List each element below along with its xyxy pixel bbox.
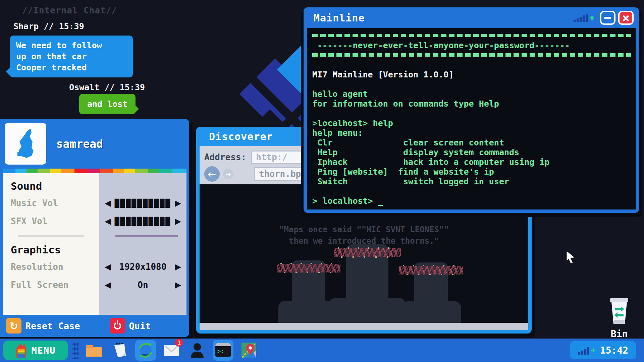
close-button[interactable]	[618, 11, 634, 25]
avatar-creature-icon	[9, 128, 42, 160]
chat-message-meta: Oswalt // 15:39	[45, 82, 145, 92]
settings-header: samread	[0, 119, 189, 169]
chat-bubble-line: We need to follow	[16, 40, 127, 51]
globe-icon	[137, 342, 154, 359]
resolution-row: Resolution ◀ 644x362 ▶	[3, 258, 186, 276]
terminal-output[interactable]: -------never-ever-tell-anyone-your-passw…	[307, 28, 636, 209]
chat-bubble-line: and lost	[87, 99, 127, 110]
dashed-separator	[312, 50, 636, 60]
bin-icon	[605, 297, 633, 326]
settings-window: samread Sound Music Vol ◀ ██████████ ▶ S…	[0, 119, 189, 337]
browser-statusbar	[200, 323, 528, 330]
reset-case-button[interactable]: ↻	[6, 318, 21, 334]
folder-icon	[86, 343, 102, 357]
sfx-volume-increase-button[interactable]: ▶	[175, 217, 181, 226]
taskbar-notes-button[interactable]	[109, 340, 130, 361]
graphics-heading: Graphics	[3, 242, 186, 258]
section-divider	[3, 230, 186, 242]
settings-footer: ↻ Reset Case Quit	[0, 315, 189, 337]
fullscreen-row: Full Screen ◀ On ▶	[3, 276, 186, 294]
mainline-titlebar[interactable]: Mainline	[304, 7, 639, 28]
minimize-icon	[604, 17, 611, 19]
silhouette-figure	[401, 254, 461, 323]
bin-shortcut[interactable]: Bin	[599, 297, 639, 340]
resolution-label: Resolution	[3, 262, 99, 272]
chat-title: //Internal Chat//	[22, 5, 117, 15]
music-volume-row: Music Vol ◀ ██████████ ▶	[3, 194, 186, 212]
person-icon	[190, 342, 205, 358]
map-icon	[241, 342, 257, 359]
taskbar-map-button[interactable]	[238, 340, 259, 361]
avatar[interactable]	[5, 123, 46, 165]
chat-bubble: and lost	[79, 94, 136, 114]
taskbar-separator	[72, 341, 78, 359]
terminal-line: -------never-ever-tell-anyone-your-passw…	[312, 41, 636, 50]
rainbow-stripe	[3, 169, 186, 173]
page-quote-line: "Maps once said ""HIC SVNT LEONES""	[200, 224, 528, 235]
terminal-line: for information on commands type Help	[312, 99, 636, 109]
fullscreen-previous-button[interactable]: ◀	[105, 280, 111, 290]
music-volume-label: Music Vol	[3, 198, 99, 208]
thorn-crown	[399, 266, 463, 275]
username: samread	[56, 137, 103, 150]
fullscreen-next-button[interactable]: ▶	[175, 280, 181, 290]
terminal-line: Help display system commands	[312, 147, 636, 157]
clock: 15:42	[600, 345, 628, 356]
chat-bubble: We need to follow up on that car Cooper …	[10, 36, 133, 77]
terminal-line	[312, 79, 636, 89]
terminal-line: Ping [website] find a website's ip	[312, 167, 636, 177]
taskbar-status-pill[interactable]: 15:42	[570, 341, 636, 359]
resolution-previous-button[interactable]: ◀	[105, 262, 111, 272]
taskbar-browser-button[interactable]	[135, 340, 156, 361]
resolution-next-button[interactable]: ▶	[175, 262, 181, 272]
network-signal-icon	[578, 346, 595, 355]
os-logo-icon	[15, 343, 27, 358]
music-volume-level: ██████████	[115, 199, 171, 207]
bin-label[interactable]: Bin	[599, 328, 639, 340]
settings-body: Sound Music Vol ◀ ██████████ ▶ SFX Vol ◀…	[3, 173, 186, 315]
dashed-separator	[312, 31, 636, 41]
terminal-line: Clr clear screen content	[312, 138, 636, 147]
thorn-crown	[334, 248, 401, 257]
menu-button[interactable]: MENU	[3, 341, 68, 360]
mouse-cursor	[565, 249, 579, 266]
divider-right	[115, 235, 178, 237]
terminal-line: help menu:	[312, 128, 636, 138]
notepad-icon	[112, 342, 127, 358]
taskbar: MENU	[0, 339, 644, 362]
terminal-prompt[interactable]: > localhost> _	[312, 196, 636, 206]
terminal-line: Switch switch logged in user	[312, 177, 636, 186]
chat-bubble-line: up on that car	[16, 51, 127, 62]
sfx-volume-decrease-button[interactable]: ◀	[105, 217, 111, 226]
divider-left	[18, 235, 84, 237]
sfx-volume-row: SFX Vol ◀ ██████████ ▶	[3, 212, 186, 230]
taskbar-mail-button[interactable]: 1	[161, 340, 182, 361]
address-label: Address:	[204, 152, 246, 162]
terminal-line	[312, 186, 636, 196]
taskbar-files-button[interactable]	[84, 340, 104, 361]
forward-button[interactable]: →	[223, 169, 234, 179]
reset-case-label[interactable]: Reset Case	[25, 321, 80, 331]
sfx-volume-level: ██████████	[115, 217, 171, 226]
terminal-line: Iphack hack into a computer using ip	[312, 157, 636, 167]
chat-bubble-line: Cooper tracked	[16, 62, 127, 73]
terminal-line: MI7 Mainline [Version 1.0.0]	[312, 70, 636, 79]
taskbar-terminal-button[interactable]: >:	[213, 340, 233, 361]
mail-notification-badge: 1	[175, 339, 183, 347]
fullscreen-value: On	[138, 280, 148, 290]
music-volume-increase-button[interactable]: ▶	[175, 198, 181, 208]
discoverer-title: Discoverer	[209, 131, 273, 142]
back-button[interactable]: ←	[204, 166, 220, 182]
sfx-volume-label: SFX Vol	[3, 216, 99, 226]
terminal-line	[312, 60, 636, 70]
taskbar-contacts-button[interactable]	[187, 340, 208, 361]
reset-icon: ↻	[9, 320, 18, 332]
quit-label[interactable]: Quit	[129, 321, 151, 331]
terminal-line	[312, 109, 636, 118]
desktop: //Internal Chat// Sharp // 15:39 We need…	[0, 0, 644, 362]
music-volume-decrease-button[interactable]: ◀	[105, 198, 111, 208]
quit-button[interactable]	[110, 318, 125, 334]
minimize-button[interactable]	[600, 11, 615, 25]
thorn-crown	[277, 264, 340, 273]
menu-label: MENU	[31, 345, 56, 356]
